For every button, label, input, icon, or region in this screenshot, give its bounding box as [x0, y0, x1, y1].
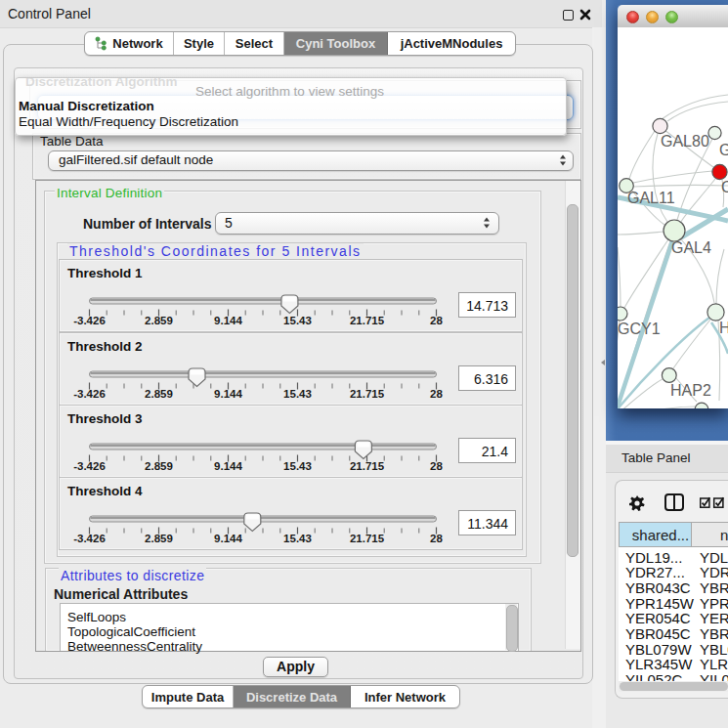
svg-text:28: 28 — [430, 388, 443, 400]
svg-text:15.43: 15.43 — [283, 388, 312, 400]
svg-text:-3.426: -3.426 — [73, 460, 106, 472]
svg-text:2.859: 2.859 — [145, 533, 173, 544]
svg-text:2.859: 2.859 — [145, 315, 173, 326]
svg-text:21.715: 21.715 — [350, 315, 385, 326]
svg-text:-3.426: -3.426 — [73, 388, 106, 400]
svg-text:28: 28 — [430, 533, 443, 544]
svg-text:28: 28 — [430, 315, 443, 326]
svg-text:9.144: 9.144 — [214, 315, 242, 326]
svg-text:-3.426: -3.426 — [73, 315, 106, 326]
svg-text:9.144: 9.144 — [214, 460, 242, 472]
svg-text:15.43: 15.43 — [283, 315, 312, 326]
svg-text:2.859: 2.859 — [145, 388, 173, 400]
svg-text:15.43: 15.43 — [283, 460, 312, 472]
svg-text:9.144: 9.144 — [214, 533, 242, 544]
svg-text:28: 28 — [430, 460, 443, 472]
svg-text:15.43: 15.43 — [283, 533, 312, 544]
svg-text:21.715: 21.715 — [350, 533, 385, 544]
svg-text:2.859: 2.859 — [145, 460, 173, 472]
svg-text:9.144: 9.144 — [214, 388, 242, 400]
svg-text:21.715: 21.715 — [350, 388, 385, 400]
svg-text:21.715: 21.715 — [350, 460, 385, 472]
svg-text:-3.426: -3.426 — [73, 533, 106, 544]
